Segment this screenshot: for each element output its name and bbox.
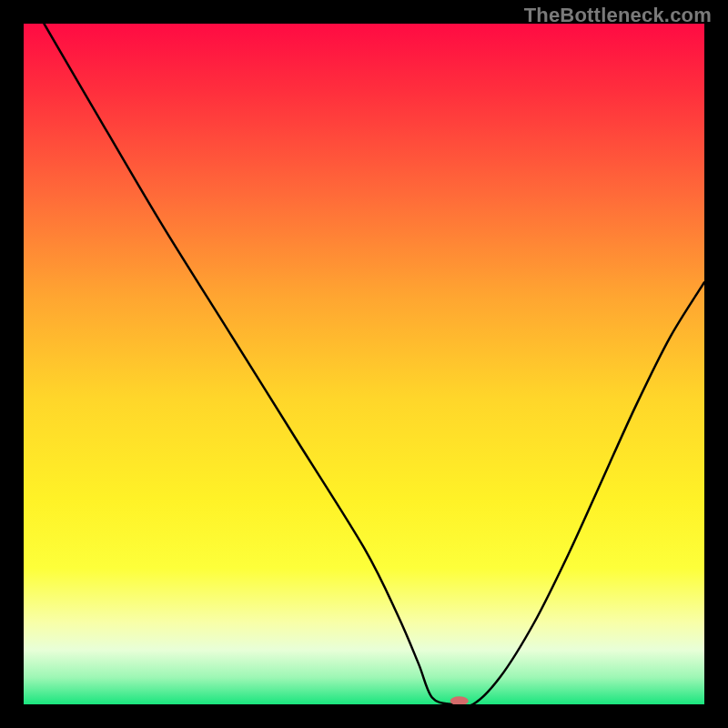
chart-frame: TheBottleneck.com (0, 0, 728, 728)
bottleneck-chart (24, 24, 704, 704)
watermark-text: TheBottleneck.com (524, 4, 712, 27)
gradient-background (24, 24, 704, 704)
plot-area (24, 24, 704, 704)
